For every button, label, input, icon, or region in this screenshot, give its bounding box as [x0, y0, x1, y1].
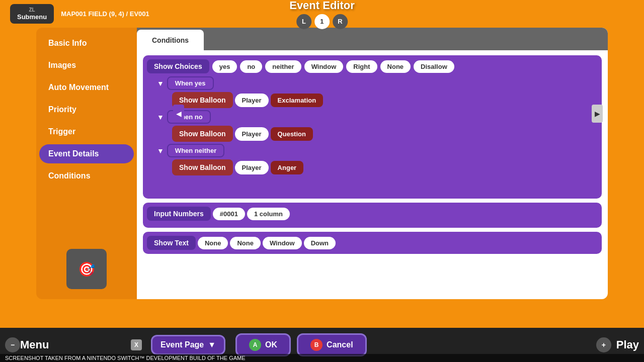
choice-no[interactable]: no: [240, 60, 262, 73]
dropdown-arrow: ▼: [208, 340, 216, 349]
tab-1[interactable]: 1: [314, 14, 330, 29]
ok-button[interactable]: A OK: [235, 333, 291, 356]
input-numbers-columns: 1 column: [247, 208, 290, 220]
branch-when-no: ▼ When no Show Balloon Player Question: [157, 110, 598, 142]
sidebar-item-images[interactable]: Images: [39, 56, 134, 75]
sidebar: Basic Info Images Auto Movement Priority…: [36, 28, 137, 299]
page-tabs: L 1 R: [296, 14, 348, 29]
action-yes-target: Player: [235, 94, 269, 107]
action-no-target: Player: [235, 127, 269, 141]
editor-title: Event Editor: [289, 0, 355, 12]
tab-r[interactable]: R: [333, 14, 348, 29]
content-area: Conditions ◀ Show Choices yes no neither…: [137, 28, 608, 299]
plus-icon: 🎯: [78, 261, 96, 278]
x-badge: X: [131, 339, 142, 350]
branch-neither-arrow: ▼: [157, 147, 164, 155]
minus-button[interactable]: −: [5, 337, 20, 352]
end-block-neither: [172, 177, 202, 193]
tab-l[interactable]: L: [296, 14, 311, 29]
branch-when-yes: ▼ When yes Show Balloon Player Exclamati…: [157, 76, 598, 108]
show-text-opt0: None: [198, 237, 228, 249]
show-text-opt3: Down: [304, 237, 336, 249]
submenu-label: Submenu: [17, 13, 47, 21]
branch-no-arrow: ▼: [157, 113, 164, 121]
scroll-area[interactable]: ◀ Show Choices yes no neither Window Rig…: [137, 50, 608, 299]
ok-label: OK: [265, 340, 277, 349]
choice-disallow[interactable]: Disallow: [414, 60, 454, 73]
action-neither-row: Show Balloon Player Anger: [172, 159, 598, 175]
tab-conditions[interactable]: Conditions: [137, 30, 204, 50]
choices-row: ◀ Show Choices yes no neither Window Rig…: [147, 59, 598, 73]
map-path: MAP001 FIELD (9, 4) / EV001: [61, 10, 149, 18]
zl-label: ZL: [29, 7, 35, 13]
input-numbers-row: Input Numbers #0001 1 column: [147, 207, 598, 221]
show-text-opt1: None: [230, 237, 261, 249]
b-badge: B: [310, 339, 323, 351]
show-text-opt2: Window: [263, 237, 302, 249]
main-layout: Basic Info Images Auto Movement Priority…: [36, 28, 608, 299]
cancel-label: Cancel: [327, 340, 353, 349]
show-text-block: Show Text None None Window Down: [143, 232, 602, 254]
action-no-main: Show Balloon: [172, 126, 233, 142]
a-badge: A: [249, 339, 261, 351]
input-numbers-id: #0001: [213, 208, 245, 220]
branch-yes-header: ▼ When yes: [157, 76, 598, 90]
sidebar-item-auto-movement[interactable]: Auto Movement: [39, 78, 134, 97]
title-area: Event Editor L 1 R: [289, 0, 355, 29]
add-button[interactable]: 🎯: [66, 249, 107, 289]
branch-neither-label: When neither: [167, 144, 224, 157]
choice-right[interactable]: Right: [346, 60, 377, 73]
event-page-dropdown[interactable]: Event Page ▼: [151, 335, 225, 355]
sidebar-item-basic-info[interactable]: Basic Info: [39, 34, 134, 53]
submenu-button[interactable]: ZL Submenu: [10, 4, 54, 24]
branch-neither-header: ▼ When neither: [157, 144, 598, 157]
branch-yes-label: When yes: [167, 76, 214, 90]
action-neither-target: Player: [235, 161, 269, 174]
sidebar-item-trigger[interactable]: Trigger: [39, 122, 134, 141]
sidebar-item-event-details[interactable]: Event Details: [39, 144, 134, 163]
choice-yes[interactable]: yes: [212, 60, 237, 73]
menu-label: Menu: [20, 338, 49, 351]
play-button[interactable]: + Play: [596, 337, 639, 352]
branch-no-header: ▼ When no: [157, 110, 598, 124]
top-bar: ZL Submenu MAP001 FIELD (9, 4) / EV001 E…: [0, 0, 644, 28]
play-label: Play: [616, 338, 639, 351]
bottom-bar: − Menu X Event Page ▼ A OK B Cancel + Pl…: [0, 328, 644, 362]
add-button-area: 🎯: [36, 244, 137, 294]
event-page-label: Event Page: [160, 340, 204, 349]
cancel-button[interactable]: B Cancel: [297, 333, 366, 356]
input-numbers-label: Input Numbers: [147, 207, 211, 221]
scroll-left-arrow[interactable]: ◀: [173, 105, 184, 123]
action-yes-row: Show Balloon Player Exclamation: [172, 92, 598, 108]
sidebar-item-priority[interactable]: Priority: [39, 100, 134, 119]
input-numbers-block: Input Numbers #0001 1 column: [143, 203, 602, 228]
sidebar-item-conditions[interactable]: Conditions: [39, 166, 134, 186]
action-neither-main: Show Balloon: [172, 159, 233, 175]
action-no-row: Show Balloon Player Question: [172, 126, 598, 142]
plus-button[interactable]: +: [596, 337, 611, 352]
choice-window[interactable]: Window: [304, 60, 344, 73]
action-yes-value: Exclamation: [271, 94, 324, 107]
scroll-right-arrow[interactable]: ▶: [592, 105, 603, 123]
show-choices-label: Show Choices: [147, 59, 209, 73]
choice-none[interactable]: None: [380, 60, 411, 73]
menu-button[interactable]: Menu: [20, 338, 121, 351]
branch-yes-arrow: ▼: [157, 79, 164, 87]
show-text-label: Show Text: [147, 236, 196, 250]
show-choices-block: ◀ Show Choices yes no neither Window Rig…: [143, 55, 602, 199]
action-no-value: Question: [271, 127, 313, 141]
action-neither-value: Anger: [271, 161, 304, 174]
content-tabs: Conditions: [137, 28, 608, 50]
branch-when-neither: ▼ When neither Show Balloon Player Anger: [157, 144, 598, 193]
choice-neither[interactable]: neither: [265, 60, 301, 73]
screenshot-notice: SCREENSHOT TAKEN FROM A NINTENDO SWITCH™…: [0, 354, 644, 362]
